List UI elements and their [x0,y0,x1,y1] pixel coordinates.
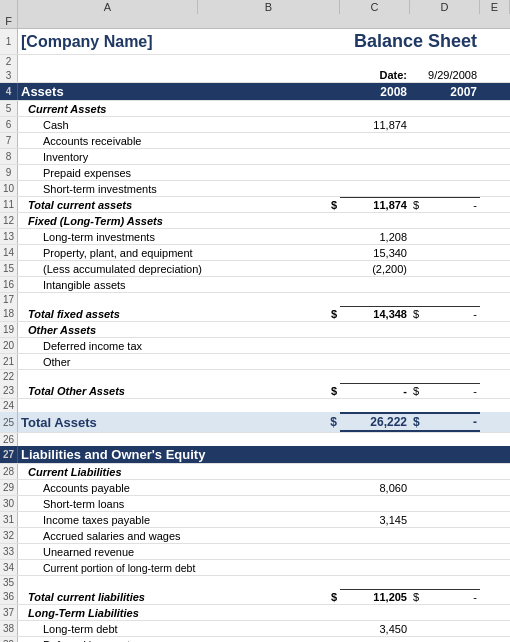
row-num-9: 9 [0,165,18,180]
row-22: 22 [0,370,510,383]
sti-2007 [410,188,480,190]
ap-2007 [410,487,480,489]
date-value: 9/29/2008 [410,68,480,82]
row-num-33: 33 [0,544,18,559]
tcl-2008: 11,205 [340,589,410,604]
row-num-37: 37 [0,605,18,620]
accum-dep-label: (Less accumulated depreciation) [18,262,340,276]
row-num-29: 29 [0,480,18,495]
tfa-2008: 14,348 [340,306,410,321]
fixed-assets-label: Fixed (Long-Term) Assets [18,214,340,228]
row-31: 31 Income taxes payable 3,145 [0,512,510,528]
tcl-2007: $- [410,589,480,604]
row-3: 3 Date: 9/29/2008 [0,68,510,83]
row-num-15: 15 [0,261,18,276]
assets-label: Assets [18,83,340,100]
row-num-2: 2 [0,55,18,68]
row-5: 5 Current Assets [0,101,510,117]
short-term-inv-label: Short-term investments [18,182,340,196]
accounts-receivable-label: Accounts receivable [18,134,340,148]
row-18: 18 Total fixed assets $ 14,348 $- [0,306,510,322]
col-header-f: F [0,14,18,28]
lti-2008: 1,208 [340,230,410,244]
row-19: 19 Other Assets [0,322,510,338]
row-num-30: 30 [0,496,18,511]
prepaid-label: Prepaid expenses [18,166,340,180]
toa-2008: - [340,383,410,398]
row-10: 10 Short-term investments [0,181,510,197]
row-8: 8 Inventory [0,149,510,165]
row-34: 34 Current portion of long-term debt [0,560,510,576]
asw-2008 [340,535,410,537]
row-num-31: 31 [0,512,18,527]
col-header-d: D [410,0,480,14]
row-num-27: 27 [0,446,18,463]
row-20: 20 Deferred income tax [0,338,510,354]
row-16: 16 Intangible assets [0,277,510,293]
unearned-revenue-label: Unearned revenue [18,545,340,559]
intangible-label: Intangible assets [18,278,340,292]
col-header-e: E [480,0,510,14]
row-27-liabilities-header: 27 Liabilities and Owner's Equity [0,446,510,464]
accrued-salaries-label: Accrued salaries and wages [18,529,340,543]
col-header-row-num [0,0,18,14]
row-num-6: 6 [0,117,18,132]
tca-dollar1: $ [198,198,340,212]
itp-2007 [410,519,480,521]
total-assets-label: Total Assets [18,414,198,431]
lti-2007 [410,236,480,238]
row-38: 38 Long-term debt 3,450 [0,621,510,637]
row-13: 13 Long-term investments 1,208 [0,229,510,245]
row-15: 15 (Less accumulated depreciation) (2,20… [0,261,510,277]
row-24: 24 [0,399,510,412]
itp-2008: 3,145 [340,513,410,527]
cpltd-2008 [340,567,410,569]
accounts-payable-label: Accounts payable [18,481,340,495]
row-23: 23 Total Other Assets $ - $- [0,383,510,399]
dt-2007 [410,345,480,347]
current-liabilities-label: Current Liabilities [18,465,340,479]
dep-2007 [410,268,480,270]
row-1: 1 [Company Name] Balance Sheet [0,29,510,55]
row-num-19: 19 [0,322,18,337]
tca-2007-row: $- [410,197,480,212]
dep-2008: (2,200) [340,262,410,276]
row-29: 29 Accounts payable 8,060 [0,480,510,496]
row-7: 7 Accounts receivable [0,133,510,149]
row-37: 37 Long-Term Liabilities [0,605,510,621]
row-num-36: 36 [0,589,18,604]
dt-2008 [340,345,410,347]
intangible-2008 [340,284,410,286]
cpltd-2007 [410,567,480,569]
date-label: Date: [340,68,410,82]
current-assets-label: Current Assets [18,102,340,116]
tca-2008: 11,874 [340,197,410,212]
row-num-21: 21 [0,354,18,369]
tfa-dollar1: $ [198,307,340,321]
row-14: 14 Property, plant, and equipment 15,340 [0,245,510,261]
ppe-label: Property, plant, and equipment [18,246,340,260]
row-num-38: 38 [0,621,18,636]
row-num-1: 1 [0,29,18,54]
row-num-18: 18 [0,306,18,321]
ar-2007 [410,140,480,142]
intangible-2007 [410,284,480,286]
ppe-2008: 15,340 [340,246,410,260]
row-num-17: 17 [0,293,18,306]
ar-2008 [340,140,410,142]
row-num-22: 22 [0,370,18,383]
ta-dollar1: $ [198,414,340,430]
row-6: 6 Cash 11,874 [0,117,510,133]
income-taxes-label: Income taxes payable [18,513,340,527]
row-2: 2 [0,55,510,68]
row-28: 28 Current Liabilities [0,464,510,480]
ppe-2007 [410,252,480,254]
spreadsheet: A B C D E F 1 [Company Name] Balance She… [0,0,510,642]
deferred-tax-label: Deferred income tax [18,339,340,353]
deferred-tax2-label: Deferred income tax [18,638,340,643]
row-11: 11 Total current assets $ 11,874 $- [0,197,510,213]
lt-investments-label: Long-term investments [18,230,340,244]
row-num-32: 32 [0,528,18,543]
prepaid-2007 [410,172,480,174]
ap-2008: 8,060 [340,481,410,495]
